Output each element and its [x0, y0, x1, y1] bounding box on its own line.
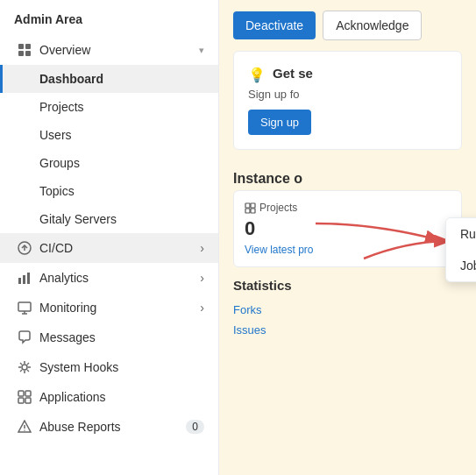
projects-stat-value: 0 [245, 217, 451, 240]
svg-point-14 [24, 429, 25, 430]
svg-rect-2 [18, 51, 24, 56]
overview-icon [17, 42, 32, 58]
svg-rect-13 [25, 398, 31, 403]
sidebar-item-cicd[interactable]: CI/CD › [0, 233, 218, 263]
lightbulb-icon: 💡 [248, 67, 266, 83]
sidebar-item-gitaly-label: Gitaly Servers [39, 212, 204, 226]
cicd-icon [17, 240, 32, 256]
analytics-icon [17, 270, 32, 286]
sidebar: Admin Area Overview ▾ Dashboard Projects… [0, 0, 219, 475]
abuse-reports-icon [17, 419, 32, 435]
arrow-right-icon: › [200, 241, 204, 255]
projects-stat-label: Projects [245, 202, 451, 214]
analytics-arrow-icon: › [200, 271, 204, 285]
sidebar-item-messages-label: Messages [39, 330, 204, 344]
sidebar-item-monitoring-label: Monitoring [39, 301, 200, 315]
svg-rect-12 [18, 398, 24, 403]
svg-rect-11 [25, 391, 31, 396]
statistics-section: Statistics Forks Issues [219, 278, 476, 340]
svg-rect-17 [245, 209, 250, 213]
sidebar-item-messages[interactable]: Messages [0, 323, 218, 352]
sidebar-item-applications-label: Applications [39, 390, 204, 404]
projects-stat-card: Projects 0 View latest pro [233, 190, 462, 267]
sidebar-item-analytics-label: Analytics [39, 271, 200, 285]
applications-icon [17, 389, 32, 405]
acknowledge-button[interactable]: Acknowledge [323, 11, 422, 40]
sidebar-item-abuse-reports[interactable]: Abuse Reports 0 [0, 412, 218, 442]
svg-rect-18 [251, 209, 255, 213]
deactivate-button[interactable]: Deactivate [233, 11, 316, 39]
get-started-subtitle: Sign up fo [248, 88, 447, 101]
cicd-dropdown: Runners Jobs [445, 217, 476, 282]
sidebar-item-topics-label: Topics [39, 184, 204, 198]
abuse-reports-badge: 0 [186, 420, 204, 434]
runners-label: Runners [460, 227, 476, 241]
monitoring-icon [17, 300, 32, 315]
svg-rect-16 [251, 203, 255, 208]
svg-rect-3 [25, 51, 31, 56]
svg-rect-0 [18, 44, 24, 49]
view-latest-link[interactable]: View latest pro [245, 244, 451, 256]
sidebar-item-system-hooks-label: System Hooks [39, 360, 204, 374]
sidebar-item-dashboard[interactable]: Dashboard [0, 65, 218, 93]
sidebar-item-abuse-reports-label: Abuse Reports [39, 420, 186, 434]
issues-link[interactable]: Issues [233, 320, 462, 340]
svg-rect-1 [25, 44, 31, 49]
sidebar-item-applications[interactable]: Applications [0, 382, 218, 412]
sidebar-item-users[interactable]: Users [0, 121, 218, 149]
sidebar-item-cicd-label: CI/CD [39, 241, 200, 255]
stats-grid: Projects 0 View latest pro [219, 190, 476, 267]
get-started-title: Get se [273, 66, 313, 81]
svg-rect-7 [27, 273, 30, 284]
sidebar-item-groups-label: Groups [39, 156, 204, 170]
svg-rect-8 [18, 302, 31, 311]
jobs-label: Jobs [460, 259, 476, 273]
sign-up-button[interactable]: Sign up [248, 110, 311, 135]
sidebar-title: Admin Area [0, 0, 218, 35]
top-bar: Deactivate Acknowledge [219, 0, 476, 51]
statistics-title: Statistics [233, 278, 462, 293]
system-hooks-icon [17, 359, 32, 375]
messages-icon [17, 330, 32, 345]
sidebar-item-gitaly-servers[interactable]: Gitaly Servers [0, 205, 218, 233]
content-area: 💡 Get se Sign up fo Sign up [219, 51, 476, 150]
chevron-down-icon: ▾ [199, 45, 204, 56]
svg-point-9 [22, 365, 27, 370]
sidebar-item-groups[interactable]: Groups [0, 149, 218, 177]
svg-rect-6 [23, 275, 25, 284]
sidebar-item-monitoring[interactable]: Monitoring › [0, 293, 218, 323]
sidebar-item-projects[interactable]: Projects [0, 93, 218, 121]
sidebar-item-users-label: Users [39, 128, 204, 142]
projects-stat-text: Projects [259, 202, 297, 214]
sidebar-item-overview[interactable]: Overview ▾ [0, 35, 218, 65]
svg-rect-10 [18, 391, 24, 396]
sidebar-item-topics[interactable]: Topics [0, 177, 218, 205]
svg-rect-5 [18, 278, 21, 284]
sidebar-item-system-hooks[interactable]: System Hooks [0, 352, 218, 382]
forks-link[interactable]: Forks [233, 300, 462, 320]
svg-rect-15 [245, 203, 250, 208]
sidebar-item-projects-label: Projects [39, 100, 204, 114]
instance-title: Instance o [219, 160, 476, 190]
sidebar-item-overview-label: Overview [39, 43, 199, 57]
sidebar-item-analytics[interactable]: Analytics › [0, 263, 218, 293]
sidebar-item-dashboard-label: Dashboard [39, 72, 204, 86]
dropdown-item-jobs[interactable]: Jobs [446, 250, 476, 281]
monitoring-arrow-icon: › [200, 301, 204, 315]
dropdown-item-runners[interactable]: Runners [446, 218, 476, 250]
get-started-card: 💡 Get se Sign up fo Sign up [233, 51, 462, 150]
main-content: Deactivate Acknowledge 💡 Get se Sign up … [219, 0, 476, 475]
